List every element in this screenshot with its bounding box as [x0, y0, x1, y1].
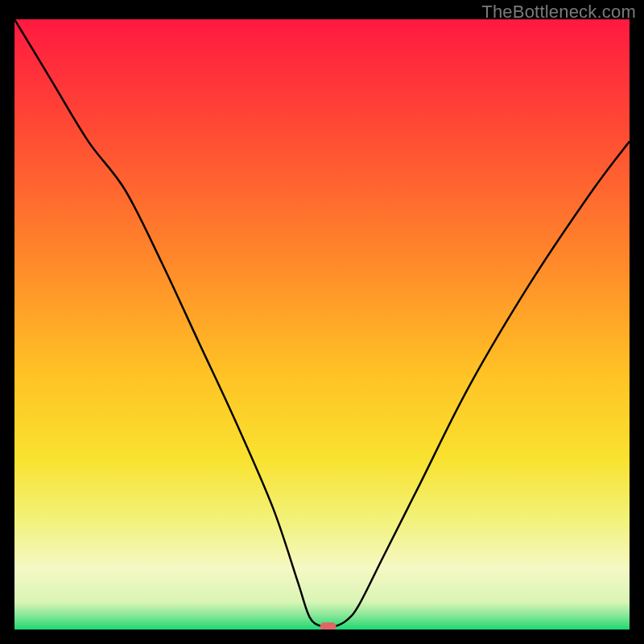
watermark-text: TheBottleneck.com — [481, 2, 636, 23]
minimum-marker — [320, 622, 336, 630]
plot-area — [14, 19, 630, 630]
chart-frame: TheBottleneck.com — [0, 0, 644, 644]
plot-svg — [14, 19, 630, 630]
gradient-background — [14, 19, 630, 630]
